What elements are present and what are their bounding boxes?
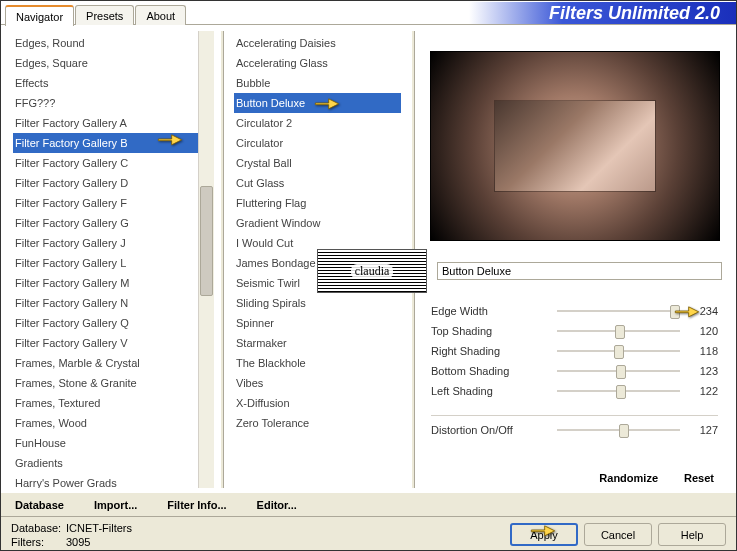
list-item[interactable]: Harry's Power Grads [13, 473, 210, 488]
list-item[interactable]: Bubble [234, 73, 401, 93]
list-item[interactable]: Filter Factory Gallery L [13, 253, 210, 273]
param-row: Bottom Shading 123 [431, 361, 718, 381]
list-item[interactable]: FFG??? [13, 93, 210, 113]
param-row: Right Shading 118 [431, 341, 718, 361]
list-item[interactable]: Filter Factory Gallery N [13, 293, 210, 313]
category-panel: Edges, RoundEdges, SquareEffectsFFG???Fi… [9, 31, 214, 488]
lower-toolbar: Database Import... Filter Info... Editor… [1, 492, 736, 516]
list-item[interactable]: Vibes [234, 373, 401, 393]
splitter-1[interactable] [220, 31, 224, 488]
editor-button[interactable]: Editor... [253, 497, 301, 513]
list-item[interactable]: Filter Factory Gallery A [13, 113, 210, 133]
param-slider[interactable] [557, 363, 680, 379]
list-item[interactable]: Frames, Textured [13, 393, 210, 413]
list-item[interactable]: Filter Factory Gallery B [13, 133, 210, 153]
param-row: Top Shading 120 [431, 321, 718, 341]
param-slider[interactable] [557, 303, 680, 319]
param-label: Left Shading [431, 385, 551, 397]
param-value: 234 [686, 305, 718, 317]
list-item[interactable]: Filter Factory Gallery J [13, 233, 210, 253]
list-item[interactable]: Accelerating Daisies [234, 33, 401, 53]
list-item[interactable]: Filter Factory Gallery G [13, 213, 210, 233]
list-item[interactable]: Filter Factory Gallery D [13, 173, 210, 193]
list-item[interactable]: Accelerating Glass [234, 53, 401, 73]
list-item[interactable]: Filter Factory Gallery C [13, 153, 210, 173]
filter-name-input[interactable] [437, 262, 722, 280]
tab-bar: Navigator Presets About [1, 1, 187, 25]
param-slider[interactable] [557, 422, 680, 438]
reset-button[interactable]: Reset [680, 470, 718, 486]
param-row: Distortion On/Off 127 [431, 420, 718, 440]
list-item[interactable]: Starmaker [234, 333, 401, 353]
list-item[interactable]: Filter Factory Gallery F [13, 193, 210, 213]
param-label: Right Shading [431, 345, 551, 357]
param-row: Left Shading 122 [431, 381, 718, 401]
param-value: 118 [686, 345, 718, 357]
list-item[interactable]: Sliding Spirals [234, 293, 401, 313]
footer-meta: Database:ICNET-Filters Filters:3095 [11, 521, 132, 549]
list-item[interactable]: Fluttering Flag [234, 193, 401, 213]
randomize-button[interactable]: Randomize [595, 470, 662, 486]
filter-info-button[interactable]: Filter Info... [163, 497, 230, 513]
list-item[interactable]: Edges, Square [13, 53, 210, 73]
list-item[interactable]: Zero Tolerance [234, 413, 401, 433]
list-item[interactable]: Frames, Wood [13, 413, 210, 433]
list-item[interactable]: Gradient Window [234, 213, 401, 233]
database-button[interactable]: Database [11, 497, 68, 513]
param-slider[interactable] [557, 383, 680, 399]
help-button[interactable]: Help [658, 523, 726, 546]
preview-panel: claudia Edge Width 234 Top Shading 120 R… [421, 31, 728, 488]
apply-button[interactable]: Apply [510, 523, 578, 546]
import-button[interactable]: Import... [90, 497, 141, 513]
list-item[interactable]: Circulator [234, 133, 401, 153]
param-value: 127 [686, 424, 718, 436]
param-label: Bottom Shading [431, 365, 551, 377]
list-item[interactable]: Frames, Stone & Granite [13, 373, 210, 393]
category-scroll-thumb[interactable] [200, 186, 213, 296]
list-item[interactable]: The Blackhole [234, 353, 401, 373]
list-item[interactable]: Circulator 2 [234, 113, 401, 133]
tab-navigator[interactable]: Navigator [5, 5, 74, 26]
parameter-area: Edge Width 234 Top Shading 120 Right Sha… [421, 297, 728, 440]
tab-presets[interactable]: Presets [75, 5, 134, 25]
list-item[interactable]: Crystal Ball [234, 153, 401, 173]
param-slider[interactable] [557, 323, 680, 339]
param-value: 123 [686, 365, 718, 377]
list-item[interactable]: Edges, Round [13, 33, 210, 53]
list-item[interactable]: Effects [13, 73, 210, 93]
list-item[interactable]: Button Deluxe [234, 93, 401, 113]
list-item[interactable]: Filter Factory Gallery V [13, 333, 210, 353]
watermark-logo: claudia [317, 249, 427, 293]
cancel-button[interactable]: Cancel [584, 523, 652, 546]
param-label: Edge Width [431, 305, 551, 317]
param-value: 122 [686, 385, 718, 397]
list-item[interactable]: X-Diffusion [234, 393, 401, 413]
param-slider[interactable] [557, 343, 680, 359]
list-item[interactable]: Gradients [13, 453, 210, 473]
tab-about[interactable]: About [135, 5, 186, 25]
list-item[interactable]: Spinner [234, 313, 401, 333]
param-label: Distortion On/Off [431, 424, 551, 436]
preview-image [430, 51, 720, 241]
app-title: Filters Unlimited 2.0 [469, 2, 736, 24]
param-row: Edge Width 234 [431, 301, 718, 321]
list-item[interactable]: Cut Glass [234, 173, 401, 193]
list-item[interactable]: Filter Factory Gallery M [13, 273, 210, 293]
list-item[interactable]: Frames, Marble & Crystal [13, 353, 210, 373]
list-item[interactable]: FunHouse [13, 433, 210, 453]
category-scrollbar[interactable] [198, 31, 214, 488]
list-item[interactable]: Filter Factory Gallery Q [13, 313, 210, 333]
category-list[interactable]: Edges, RoundEdges, SquareEffectsFFG???Fi… [9, 31, 214, 488]
param-label: Top Shading [431, 325, 551, 337]
param-value: 120 [686, 325, 718, 337]
